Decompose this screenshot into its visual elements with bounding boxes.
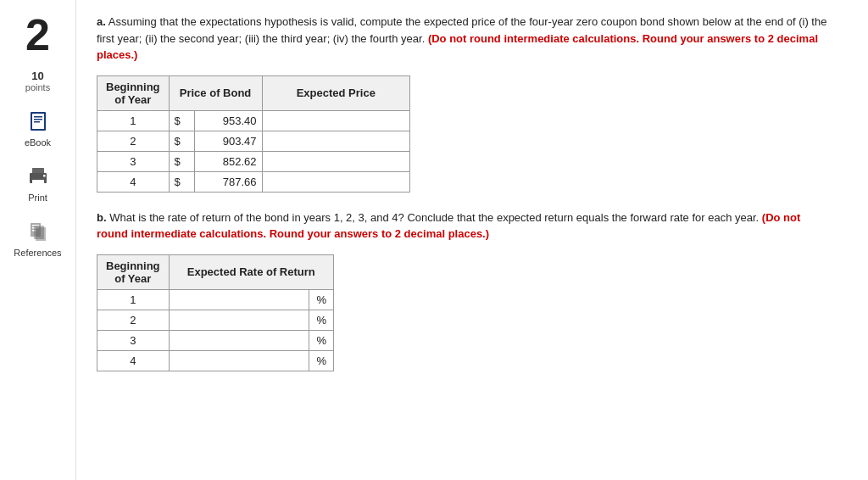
col-expected-rate: Expected Rate of Return — [169, 254, 333, 289]
rate-field-1[interactable] — [170, 290, 309, 310]
col-price-bond: Price of Bond — [169, 75, 262, 110]
print-icon — [25, 163, 52, 190]
percent-2: % — [309, 310, 334, 330]
b-year-1: 1 — [97, 289, 170, 310]
part-a-instruction: a. Assuming that the expectations hypoth… — [97, 14, 834, 64]
expected-price-field-2[interactable] — [263, 131, 409, 151]
table-row: 3 $ 852.62 — [97, 151, 410, 171]
percent-4: % — [309, 350, 334, 371]
part-b-prefix: b. — [97, 211, 107, 224]
ebook-icon — [25, 108, 52, 135]
expected-price-field-4[interactable] — [263, 172, 409, 192]
expected-price-field-3[interactable] — [263, 152, 409, 171]
price-1: 953.40 — [194, 110, 262, 131]
sidebar-item-ebook[interactable]: eBook — [25, 108, 52, 148]
svg-rect-7 — [32, 180, 44, 186]
b-year-4: 4 — [97, 350, 170, 371]
expected-price-input-4[interactable] — [262, 171, 409, 192]
b-year-3: 3 — [97, 330, 170, 350]
table-row: 2 $ 903.47 — [97, 131, 410, 151]
expected-price-input-1[interactable] — [262, 110, 409, 131]
sidebar: 2 10 points eBook — [0, 0, 76, 480]
main-content: a. Assuming that the expectations hypoth… — [76, 0, 868, 480]
svg-rect-14 — [36, 227, 46, 241]
year-3: 3 — [97, 151, 170, 171]
dollar-4: $ — [169, 171, 194, 192]
price-3: 852.62 — [194, 151, 262, 171]
rate-input-3[interactable] — [169, 330, 309, 350]
points-label: points — [25, 82, 50, 92]
ebook-label: eBook — [25, 137, 51, 148]
rate-field-3[interactable] — [170, 331, 309, 350]
rate-field-2[interactable] — [170, 310, 309, 330]
year-1: 1 — [97, 110, 170, 131]
svg-rect-8 — [43, 175, 46, 177]
expected-price-input-3[interactable] — [262, 151, 409, 171]
svg-rect-2 — [34, 116, 42, 118]
table-row: 1 $ 953.40 — [97, 110, 410, 131]
table-row: 3 % — [97, 330, 334, 350]
year-4: 4 — [97, 171, 170, 192]
sidebar-item-references[interactable]: References — [14, 218, 61, 258]
table-row: 4 % — [97, 350, 334, 371]
rate-field-4[interactable] — [170, 351, 309, 371]
expected-price-field-1[interactable] — [263, 111, 409, 131]
table-row: 4 $ 787.66 — [97, 171, 410, 192]
rate-input-4[interactable] — [169, 350, 309, 371]
part-b-text: What is the rate of return of the bond i… — [107, 211, 762, 224]
col-beginning-year-b: Beginning of Year — [97, 254, 170, 289]
percent-1: % — [309, 289, 334, 310]
part-a-prefix: a. — [97, 15, 106, 28]
rate-input-1[interactable] — [169, 289, 309, 310]
percent-3: % — [309, 330, 334, 350]
svg-rect-4 — [34, 121, 40, 123]
price-4: 787.66 — [194, 171, 262, 192]
print-label: Print — [28, 193, 47, 203]
rate-input-2[interactable] — [169, 310, 309, 330]
year-2: 2 — [97, 131, 170, 151]
part-b-section: b. What is the rate of return of the bon… — [97, 209, 848, 371]
col-expected-price: Expected Price — [262, 75, 409, 110]
question-number: 2 — [25, 13, 50, 57]
b-year-2: 2 — [97, 310, 170, 330]
references-icon — [24, 218, 51, 245]
dollar-1: $ — [169, 110, 194, 131]
price-2: 903.47 — [194, 131, 262, 151]
svg-rect-3 — [34, 119, 42, 120]
references-label: References — [14, 248, 61, 258]
part-b-table: Beginning of Year Expected Rate of Retur… — [97, 254, 334, 371]
dollar-2: $ — [169, 131, 194, 151]
table-row: 1 % — [97, 289, 334, 310]
part-a-table: Beginning of Year Price of Bond Expected… — [97, 75, 410, 193]
sidebar-item-print[interactable]: Print — [25, 163, 52, 203]
table-row: 2 % — [97, 310, 334, 330]
part-b-instruction: b. What is the rate of return of the bon… — [97, 209, 834, 243]
points-value: 10 — [31, 70, 43, 82]
dollar-3: $ — [169, 151, 194, 171]
expected-price-input-2[interactable] — [262, 131, 409, 151]
col-beginning-year-a: Beginning of Year — [97, 75, 170, 110]
